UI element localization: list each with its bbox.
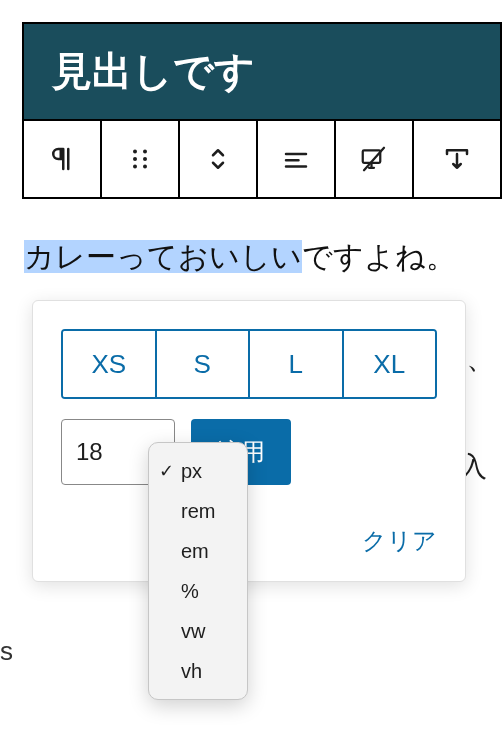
size-presets: XS S L XL [61,329,437,399]
svg-point-1 [143,150,147,154]
paragraph-text[interactable]: カレーっておいしいですよね。 [22,237,502,278]
svg-point-0 [133,150,137,154]
check-icon: ✓ [159,460,181,482]
clear-link[interactable]: クリア [362,527,437,554]
unit-option-rem[interactable]: rem [149,491,247,531]
unit-option-pct[interactable]: % [149,571,247,611]
preset-xl[interactable]: XL [344,331,436,397]
move-updown-icon[interactable] [180,121,258,197]
unit-option-vh[interactable]: vh [149,651,247,691]
unit-dropdown: ✓px rem em % vw vh [148,442,248,700]
font-size-popover: XS S L XL 適用 クリア [32,300,466,582]
align-icon[interactable] [258,121,336,197]
bg-s: s [0,636,13,667]
preset-xs[interactable]: XS [63,331,157,397]
unit-option-em[interactable]: em [149,531,247,571]
svg-point-4 [133,165,137,169]
svg-point-3 [143,157,147,161]
rest-text: ですよね。 [302,240,456,273]
unit-option-vw[interactable]: vw [149,611,247,651]
block-toolbar [22,121,502,199]
preset-l[interactable]: L [250,331,344,397]
unit-option-px[interactable]: ✓px [149,451,247,491]
preset-s[interactable]: S [157,331,251,397]
heading-block[interactable]: 見出しです [22,22,502,121]
device-icon[interactable] [336,121,414,197]
bg-comma: 、 [466,338,496,379]
paragraph-icon[interactable] [24,121,102,197]
drag-handle-icon[interactable] [102,121,180,197]
svg-point-2 [133,157,137,161]
height-icon[interactable] [414,121,500,197]
heading-text: 見出しです [52,49,255,93]
svg-point-5 [143,165,147,169]
selected-text: カレーっておいしい [24,240,302,273]
